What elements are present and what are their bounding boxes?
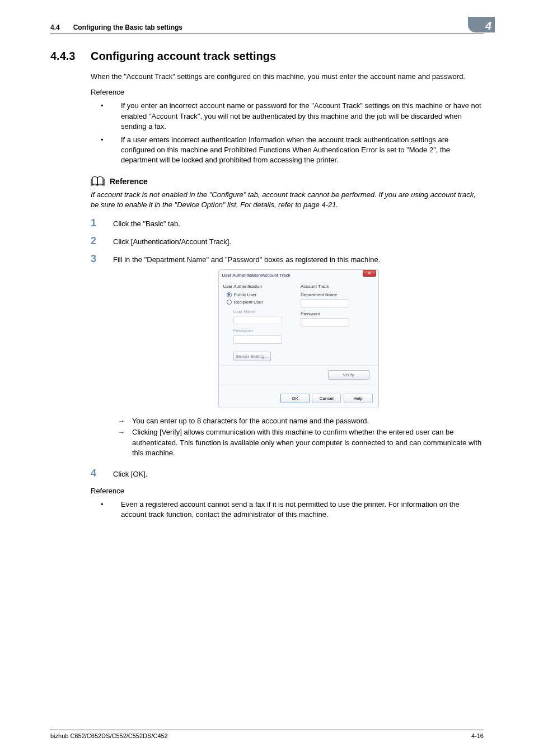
arrow-text: You can enter up to 8 characters for the… [132,416,369,426]
step-item: 4 Click [OK]. [91,468,484,479]
header-left: 4.4 Configuring the Basic tab settings [50,24,182,31]
footer-page-number: 4-16 [471,732,484,739]
step-text: Click the "Basic" tab. [113,218,484,229]
section-heading: 4.4.3 Configuring account track settings [50,50,484,63]
bullet-item: •If a user enters incorrect authenticati… [91,135,484,166]
public-user-label: Public User [234,292,257,298]
bullet-text: Even a registered account cannot send a … [121,500,484,520]
page-footer: bizhub C652/C652DS/C552/C552DS/C452 4-16 [50,730,484,739]
bullet-dot-icon: • [91,500,113,520]
intro-paragraph: When the "Account Track" settings are co… [91,72,484,82]
reference-label-2: Reference [91,486,484,496]
ok-button[interactable]: OK [280,394,310,403]
step-text: Fill in the "Department Name" and "Passw… [113,255,484,265]
step-body: Fill in the "Department Name" and "Passw… [113,254,484,461]
radio-public-user[interactable] [227,292,232,297]
chapter-number: 4 [485,20,491,32]
arrow-item: →Clicking [Verify] allows communication … [113,427,484,458]
auth-dialog: User Authentication/Account Track ✕ User… [218,269,379,408]
step-text: Click [OK]. [113,468,484,479]
section-number: 4.4.3 [50,50,77,63]
step-text: Click [Authentication/Account Track]. [113,236,484,247]
arrow-icon: → [113,427,127,458]
step-number: 1 [91,218,103,229]
section-title: Configuring account track settings [91,50,276,63]
bullet-dot-icon: • [91,135,113,166]
dialog-footer: OK Cancel Help [219,387,378,408]
footer-model: bizhub C652/C652DS/C552/C552DS/C452 [50,732,168,739]
step-item: 1 Click the "Basic" tab. [91,218,484,229]
user-auth-label: User Authentication [223,283,297,290]
dialog-title: User Authentication/Account Track [222,273,291,278]
user-name-label: User Name [233,309,297,315]
book-icon [91,176,105,188]
password-field-right[interactable] [301,318,349,326]
step-number: 4 [91,468,103,479]
account-track-label: Account Track [301,283,374,290]
password-label-left: Password [233,328,297,334]
dept-name-label: Department Name [301,292,374,298]
help-button[interactable]: Help [344,394,373,403]
bullet-item: •If you enter an incorrect account name … [91,101,484,132]
running-header: 4.4 Configuring the Basic tab settings 4 [50,22,484,34]
bullet-dot-icon: • [91,101,113,132]
bullet-item: •Even a registered account cannot send a… [91,500,484,520]
header-section-title: Configuring the Basic tab settings [73,24,182,31]
verify-button[interactable]: Verify [328,370,369,380]
arrow-notes: →You can enter up to 8 characters for th… [113,416,484,458]
step-item: 2 Click [Authentication/Account Track]. [91,236,484,247]
user-name-field[interactable] [233,316,282,324]
dialog-screenshot: User Authentication/Account Track ✕ User… [113,269,484,408]
reference-bullets-1: •If you enter an incorrect account name … [91,101,484,165]
dialog-titlebar: User Authentication/Account Track ✕ [219,270,378,283]
close-icon[interactable]: ✕ [363,270,376,277]
arrow-icon: → [113,416,127,426]
password-label-right: Password [301,311,374,317]
bullet-text: If a user enters incorrect authenticatio… [121,135,484,166]
arrow-text: Clicking [Verify] allows communication w… [132,427,484,458]
reference-block: Reference If account track is not enable… [91,176,484,210]
step-number: 2 [91,236,103,247]
server-setting-button[interactable]: Server Setting... [233,352,271,361]
step-item: 3 Fill in the "Department Name" and "Pas… [91,254,484,461]
password-field-left[interactable] [233,335,282,344]
dept-name-field[interactable] [301,299,349,307]
page: 4.4 Configuring the Basic tab settings 4… [0,0,534,756]
arrow-item: →You can enter up to 8 characters for th… [113,416,484,426]
steps-list: 1 Click the "Basic" tab. 2 Click [Authen… [91,218,484,479]
reference-label-1: Reference [91,87,484,97]
user-auth-column: User Authentication Public User Recipien… [223,283,297,363]
reference-block-text: If account track is not enabled in the "… [91,190,484,210]
cancel-button[interactable]: Cancel [312,394,341,403]
reference-block-title: Reference [110,177,148,186]
reference-bullets-2: •Even a registered account cannot send a… [91,500,484,520]
chapter-tab: 4 [468,17,495,32]
bullet-text: If you enter an incorrect account name o… [121,101,484,132]
recipient-user-label: Recipient User [234,299,263,305]
step-number: 3 [91,254,103,461]
header-section-number: 4.4 [50,24,60,31]
account-track-column: Account Track Department Name Password [301,283,374,363]
radio-recipient-user[interactable] [227,300,232,305]
